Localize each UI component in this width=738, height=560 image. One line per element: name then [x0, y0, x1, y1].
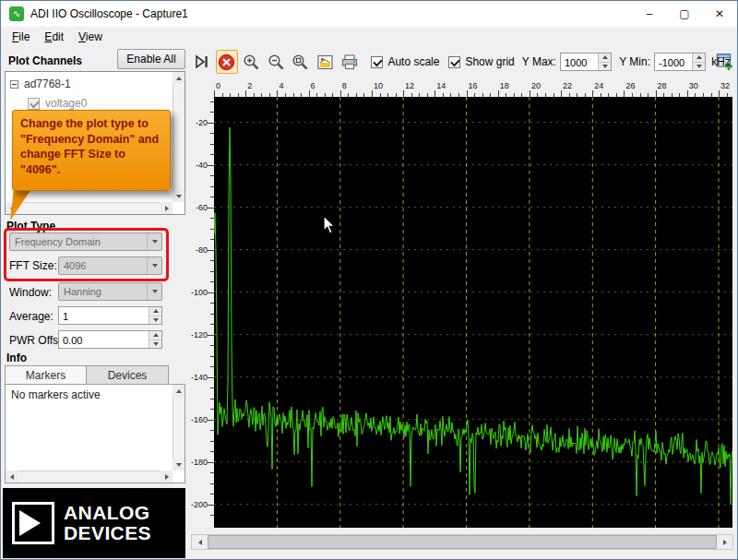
x-axis-label: 2: [247, 81, 252, 90]
print-button[interactable]: [339, 50, 362, 74]
printer-icon: [340, 54, 359, 71]
zoom-fit-button[interactable]: [290, 50, 313, 74]
enable-all-button[interactable]: Enable All: [117, 49, 185, 69]
markers-horizontal-scrollbar[interactable]: [6, 471, 173, 483]
x-axis-tick: [434, 90, 435, 97]
scrollbar-thumb[interactable]: [208, 535, 717, 549]
tab-markers[interactable]: Markers: [5, 365, 87, 385]
plot-horizontal-scrollbar[interactable]: [191, 534, 733, 550]
x-axis-tick: [530, 90, 530, 97]
markers-status-text: No markers active: [11, 388, 101, 401]
menu-view[interactable]: View: [71, 28, 110, 46]
spin-down-icon[interactable]: [149, 340, 161, 349]
x-axis-tick: [340, 90, 341, 97]
channel-checkbox[interactable]: [28, 98, 40, 110]
checkbox-checked-icon[interactable]: [448, 56, 460, 68]
x-axis-label: 18: [500, 81, 509, 90]
scroll-right-icon[interactable]: [161, 202, 173, 214]
pwr-offset-value: 0.00: [59, 331, 149, 348]
tab-devices[interactable]: Devices: [87, 365, 169, 385]
spin-up-icon[interactable]: [693, 54, 705, 63]
fft-size-value: 4096: [59, 260, 147, 271]
x-axis-tick: [687, 90, 688, 97]
stop-x-icon: [218, 54, 235, 71]
spin-down-icon[interactable]: [693, 63, 705, 71]
spin-up-icon[interactable]: [149, 331, 161, 340]
y-axis-tick: [208, 208, 214, 209]
frequency-unit-label: kHz: [711, 55, 731, 68]
plot-type-dropdown[interactable]: Frequency Domain: [9, 232, 162, 251]
mouse-cursor-icon: [323, 215, 337, 235]
tree-channel-row[interactable]: voltage0: [28, 97, 87, 110]
save-plot-button[interactable]: [314, 50, 337, 74]
capture-play-button[interactable]: [191, 50, 214, 74]
chevron-down-icon: [147, 283, 161, 300]
channel-name: voltage0: [45, 97, 87, 110]
average-spinbox[interactable]: 1: [58, 306, 162, 325]
scroll-up-icon[interactable]: [173, 72, 184, 84]
show-grid-checkbox[interactable]: Show grid: [448, 55, 514, 68]
y-axis-label: -120: [191, 330, 208, 340]
y-axis-label: -140: [191, 373, 208, 382]
x-axis-tick: [561, 90, 562, 97]
y-max-label: Y Max:: [522, 55, 556, 68]
zoom-in-icon: [243, 54, 260, 71]
scroll-left-icon[interactable]: [6, 471, 18, 483]
x-axis-label: 14: [436, 81, 446, 90]
window-title: ADI IIO Oscilloscope - Capture1: [30, 7, 188, 20]
zoom-out-button[interactable]: [265, 50, 288, 74]
plot-type-value: Frequency Domain: [10, 236, 147, 247]
main-area: Auto scale Show grid Y Max: 1000 Y Min: …: [190, 47, 737, 559]
spin-down-icon[interactable]: [149, 316, 161, 325]
markers-vertical-scrollbar[interactable]: [173, 385, 184, 471]
scroll-right-icon[interactable]: [717, 535, 732, 549]
minimize-button[interactable]: –: [632, 1, 667, 27]
fft-size-dropdown[interactable]: 4096: [58, 256, 162, 275]
close-button[interactable]: ✕: [702, 1, 737, 27]
pwr-offset-spinbox[interactable]: 0.00: [58, 330, 162, 349]
auto-scale-checkbox[interactable]: Auto scale: [371, 55, 439, 68]
expander-collapse-icon[interactable]: [10, 80, 18, 89]
y-min-spinbox[interactable]: -1000: [654, 53, 706, 71]
x-axis-label: 12: [405, 81, 414, 90]
checkbox-checked-icon[interactable]: [371, 56, 383, 68]
average-label: Average:: [9, 310, 54, 323]
fft-size-label: FFT Size:: [9, 259, 57, 272]
menu-edit[interactable]: Edit: [37, 28, 71, 46]
y-max-spinbox[interactable]: 1000: [560, 53, 612, 71]
y-axis-tick: [208, 335, 214, 336]
x-axis-label: 10: [374, 81, 383, 90]
spin-up-icon[interactable]: [599, 54, 611, 63]
scroll-down-icon[interactable]: [173, 459, 184, 471]
window-value: Hanning: [59, 286, 147, 297]
plot-channels-label: Plot Channels: [8, 54, 82, 67]
tree-horizontal-scrollbar[interactable]: [6, 202, 173, 214]
x-axis-tick: [403, 90, 404, 97]
x-axis-label: 30: [689, 81, 698, 90]
scroll-left-icon[interactable]: [192, 535, 208, 549]
chevron-down-icon: [147, 257, 161, 274]
stop-capture-button[interactable]: [216, 50, 239, 74]
window-dropdown[interactable]: Hanning: [58, 282, 162, 301]
spin-up-icon[interactable]: [149, 307, 161, 316]
tree-vertical-scrollbar[interactable]: [173, 72, 184, 202]
x-axis-label: 4: [279, 81, 283, 90]
menu-file[interactable]: File: [5, 28, 37, 46]
scroll-down-icon[interactable]: [173, 190, 184, 202]
maximize-button[interactable]: ▢: [667, 1, 702, 27]
spin-down-icon[interactable]: [599, 63, 611, 71]
y-axis-tick: [208, 420, 214, 421]
average-value: 1: [59, 307, 149, 324]
x-axis-label: 16: [469, 81, 478, 90]
fft-trace: [214, 127, 732, 505]
x-axis-label: 26: [625, 81, 635, 90]
scroll-up-icon[interactable]: [173, 385, 184, 397]
zoom-in-button[interactable]: [240, 50, 263, 74]
tree-device-row[interactable]: ad7768-1: [10, 77, 71, 90]
play-to-end-icon: [194, 54, 210, 70]
scroll-right-icon[interactable]: [161, 471, 173, 483]
window-label: Window:: [9, 286, 52, 299]
plot-canvas[interactable]: [214, 97, 732, 528]
y-axis-tick: [208, 377, 214, 378]
x-axis-label: 20: [531, 81, 541, 90]
